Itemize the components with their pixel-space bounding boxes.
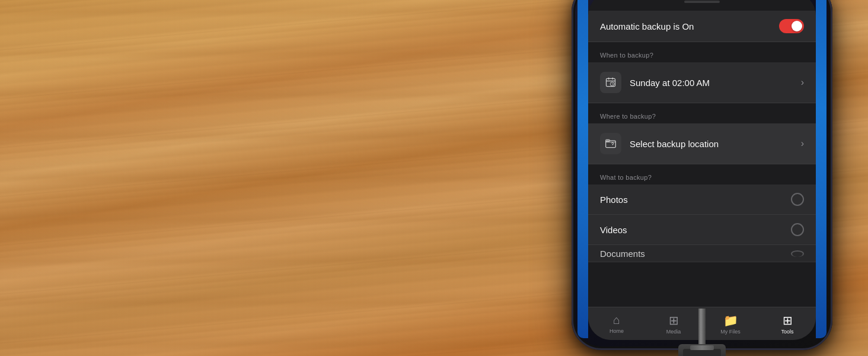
- gap-3: [588, 164, 816, 169]
- photos-radio[interactable]: [791, 193, 804, 206]
- when-chevron-icon: ›: [801, 77, 804, 88]
- gap-2: [588, 103, 816, 108]
- when-to-backup-value: Sunday at 02:00 AM: [630, 78, 793, 88]
- where-chevron-icon: ›: [801, 138, 804, 149]
- when-to-backup-label: When to backup?: [588, 47, 816, 62]
- usb-plug-detail: [690, 345, 714, 350]
- when-to-backup-row[interactable]: Sunday at 02:00 AM ›: [588, 62, 816, 103]
- phone-body: Automatic backup is On When to backup?: [572, 0, 832, 350]
- where-to-backup-label: Where to backup?: [588, 108, 816, 123]
- videos-radio[interactable]: [791, 223, 804, 236]
- toggle-knob: [792, 21, 802, 31]
- phone-screen: Automatic backup is On When to backup?: [588, 0, 816, 340]
- usb-plug: [678, 344, 726, 356]
- documents-label: Documents: [600, 249, 645, 259]
- tools-icon: ⊞: [783, 313, 793, 328]
- svg-line-6: [612, 84, 613, 85]
- usb-connector: [678, 309, 726, 356]
- home-nav-label: Home: [609, 328, 624, 334]
- usb-cable: [698, 309, 706, 344]
- where-to-backup-value: Select backup location: [630, 139, 793, 149]
- documents-radio[interactable]: [791, 250, 804, 257]
- what-to-backup-label: What to backup?: [588, 169, 816, 185]
- tools-nav-label: Tools: [781, 329, 793, 335]
- app-content: Automatic backup is On When to backup?: [588, 11, 816, 307]
- videos-label: Videos: [600, 225, 627, 235]
- phone-side-right: [816, 0, 826, 338]
- question-folder-icon: [605, 138, 617, 150]
- media-icon: ⊞: [669, 313, 679, 328]
- nav-tools[interactable]: ⊞ Tools: [759, 313, 816, 335]
- phone-container: Automatic backup is On When to backup?: [572, 0, 832, 356]
- home-icon: ⌂: [613, 313, 620, 327]
- photos-row[interactable]: Photos: [588, 185, 816, 215]
- auto-backup-label: Automatic backup is On: [600, 21, 694, 31]
- status-bar: [588, 0, 816, 11]
- videos-row[interactable]: Videos: [588, 215, 816, 245]
- calendar-icon-container: [600, 72, 621, 93]
- where-to-backup-row[interactable]: Select backup location ›: [588, 123, 816, 164]
- notch: [684, 1, 720, 3]
- location-icon-container: [600, 133, 621, 154]
- calendar-clock-icon: [605, 77, 617, 88]
- documents-row[interactable]: Documents: [588, 245, 816, 262]
- photos-label: Photos: [600, 195, 628, 205]
- phone-side-left: [577, 0, 588, 338]
- gap-1: [588, 42, 816, 47]
- nav-home[interactable]: ⌂ Home: [588, 313, 645, 334]
- auto-backup-toggle[interactable]: [779, 19, 804, 33]
- auto-backup-row[interactable]: Automatic backup is On: [588, 11, 816, 42]
